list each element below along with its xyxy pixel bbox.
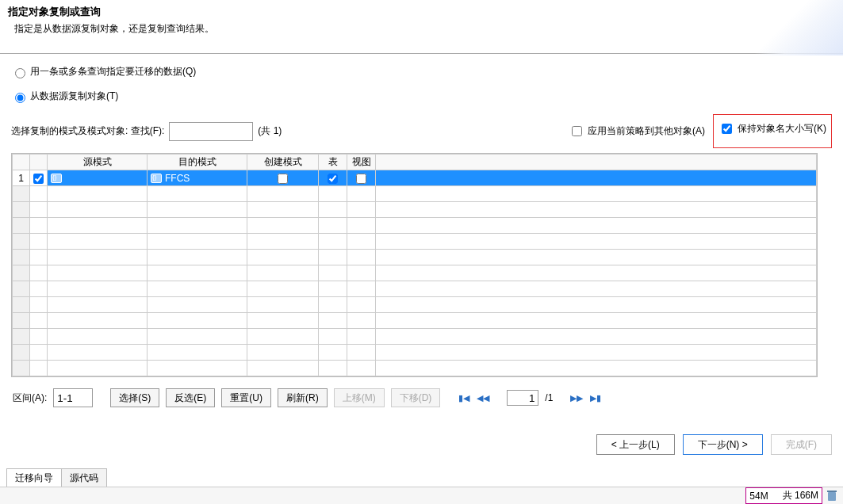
- table-checkbox[interactable]: [328, 174, 338, 184]
- reset-button[interactable]: 重置(U): [221, 388, 271, 407]
- radio-query-label: 用一条或多条查询指定要迁移的数据(Q): [30, 65, 196, 78]
- empty-cell: [376, 170, 817, 186]
- tab-source[interactable]: 源代码: [61, 468, 107, 487]
- page-subtitle: 指定是从数据源复制对象，还是复制查询结果。: [8, 22, 835, 36]
- mem-sep: 共: [783, 490, 792, 501]
- table-row-empty: [13, 250, 817, 265]
- wizard-header: 指定对象复制或查询 指定是从数据源复制对象，还是复制查询结果。: [0, 0, 843, 45]
- page-total: /1: [545, 392, 553, 403]
- prev-step-button[interactable]: < 上一步(L): [596, 434, 675, 455]
- row-checkbox[interactable]: [33, 174, 44, 184]
- table-cell[interactable]: [319, 170, 347, 186]
- trash-icon[interactable]: [827, 491, 837, 502]
- next-page-icon[interactable]: ▶▶: [570, 391, 583, 404]
- table-row-empty: [13, 281, 817, 297]
- th-check: [30, 155, 48, 170]
- radio-copy-label: 从数据源复制对象(T): [30, 90, 118, 103]
- tab-wizard[interactable]: 迁移向导: [6, 468, 62, 488]
- memory-indicator[interactable]: 54M 共 166M: [745, 487, 822, 504]
- table-row-empty: [13, 361, 817, 376]
- table-row-empty: [13, 202, 817, 218]
- table-body: 1FFCS: [13, 170, 817, 376]
- page-title: 指定对象复制或查询: [8, 5, 835, 19]
- th-src[interactable]: 源模式: [48, 155, 148, 170]
- movedown-button[interactable]: 下移(D): [391, 388, 441, 407]
- last-page-icon[interactable]: ▶▮: [589, 391, 602, 404]
- table-row-empty: [13, 186, 817, 202]
- first-page-icon[interactable]: ▮◀: [458, 391, 470, 404]
- refresh-button[interactable]: 刷新(R): [278, 388, 328, 407]
- schema-table: 源模式 目的模式 创建模式 表 视图 1FFCS: [11, 153, 818, 377]
- src-schema-cell[interactable]: [48, 170, 148, 186]
- radio-copy[interactable]: [15, 93, 25, 103]
- table-row-empty: [13, 313, 817, 329]
- table-row-empty: [13, 265, 817, 281]
- options-row: 选择复制的模式及模式对象: 查找(F): (共 1) 应用当前策略到其他对象(A…: [11, 114, 832, 148]
- row-check-cell[interactable]: [30, 170, 48, 186]
- th-view[interactable]: 视图: [347, 155, 376, 170]
- keep-case-label: 保持对象名大小写(K): [738, 122, 826, 136]
- th-last: [376, 155, 817, 170]
- content-area: 用一条或多条查询指定要迁移的数据(Q) 从数据源复制对象(T) 选择复制的模式及…: [0, 54, 843, 418]
- schema-icon: [51, 174, 62, 183]
- th-create[interactable]: 创建模式: [247, 155, 319, 170]
- page-input[interactable]: [507, 390, 538, 406]
- schema-icon: [151, 174, 162, 183]
- table-row-empty: [13, 345, 817, 361]
- radio-copy-row[interactable]: 从数据源复制对象(T): [11, 90, 832, 103]
- select-button[interactable]: 选择(S): [110, 388, 159, 407]
- apply-other-label: 应用当前策略到其他对象(A): [588, 124, 705, 138]
- keep-case-checkbox[interactable]: [722, 124, 732, 134]
- finish-button[interactable]: 完成(F): [771, 434, 832, 455]
- th-dst[interactable]: 目的模式: [148, 155, 247, 170]
- view-cell[interactable]: [347, 170, 376, 186]
- statusbar: 54M 共 166M: [0, 487, 843, 504]
- invert-button[interactable]: 反选(E): [166, 388, 215, 407]
- tabs-row: 迁移向导 源代码: [0, 468, 843, 487]
- moveup-button[interactable]: 上移(M): [334, 388, 385, 407]
- table-row-empty: [13, 297, 817, 313]
- count-label: (共 1): [258, 124, 282, 138]
- keep-case-group[interactable]: 保持对象名大小写(K): [718, 121, 826, 136]
- mem-used: 54M: [749, 491, 768, 502]
- view-checkbox[interactable]: [356, 174, 366, 184]
- table-row-empty: [13, 218, 817, 234]
- create-cell[interactable]: [247, 170, 319, 186]
- wizard-buttons: < 上一步(L) 下一步(N) > 完成(F): [0, 418, 843, 466]
- apply-other-group[interactable]: 应用当前策略到其他对象(A): [569, 124, 705, 139]
- next-step-button[interactable]: 下一步(N) >: [683, 434, 763, 455]
- table-row-empty: [13, 329, 817, 345]
- table-row[interactable]: 1FFCS: [13, 170, 817, 186]
- mem-total: 166M: [795, 490, 818, 501]
- keep-case-highlight: 保持对象名大小写(K): [713, 114, 832, 148]
- radio-query[interactable]: [15, 68, 25, 78]
- th-rownum: [13, 155, 30, 170]
- table-row-empty: [13, 234, 817, 250]
- create-checkbox[interactable]: [278, 174, 288, 184]
- bottom-controls: 区间(A): 选择(S) 反选(E) 重置(U) 刷新(R) 上移(M) 下移(…: [11, 377, 832, 418]
- prev-page-icon[interactable]: ◀◀: [477, 391, 489, 404]
- th-table[interactable]: 表: [319, 155, 347, 170]
- search-label: 选择复制的模式及模式对象: 查找(F):: [11, 124, 164, 138]
- radio-query-row[interactable]: 用一条或多条查询指定要迁移的数据(Q): [11, 65, 832, 78]
- table-header: 源模式 目的模式 创建模式 表 视图: [13, 155, 817, 170]
- dst-schema-cell[interactable]: FFCS: [148, 170, 247, 186]
- range-input[interactable]: [53, 388, 93, 407]
- range-label: 区间(A):: [13, 391, 47, 405]
- apply-other-checkbox[interactable]: [572, 126, 582, 136]
- search-input[interactable]: [169, 122, 253, 141]
- row-number: 1: [13, 170, 30, 186]
